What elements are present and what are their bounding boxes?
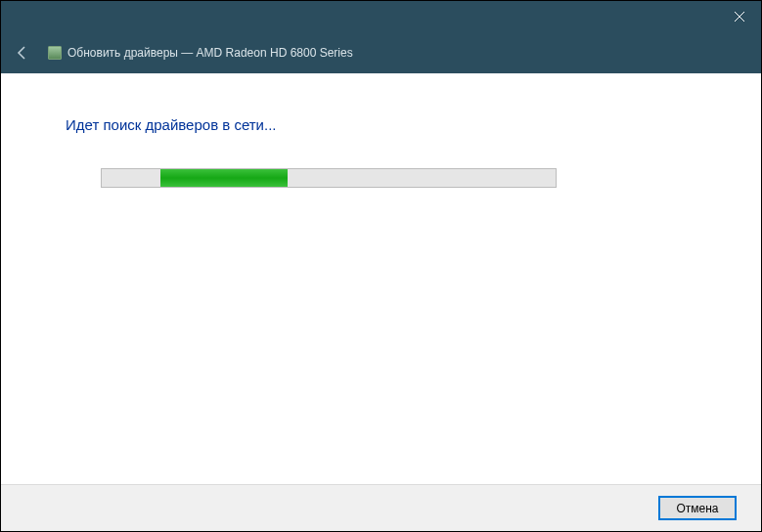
device-icon: [48, 46, 62, 60]
header-title-text: Обновить драйверы — AMD Radeon HD 6800 S…: [67, 46, 353, 60]
status-text: Идет поиск драйверов в сети...: [66, 116, 696, 133]
back-button[interactable]: [15, 45, 30, 61]
header-title: Обновить драйверы — AMD Radeon HD 6800 S…: [48, 46, 353, 60]
back-arrow-icon: [15, 45, 30, 61]
header-bar: Обновить драйверы — AMD Radeon HD 6800 S…: [1, 32, 761, 73]
footer: Отмена: [1, 484, 761, 531]
close-button[interactable]: [717, 1, 761, 32]
progress-bar-container: [101, 168, 557, 188]
close-icon: [735, 12, 744, 22]
titlebar: [1, 1, 761, 32]
progress-bar-fill: [160, 169, 288, 187]
cancel-button[interactable]: Отмена: [659, 497, 736, 519]
content-area: Идет поиск драйверов в сети...: [1, 73, 761, 188]
